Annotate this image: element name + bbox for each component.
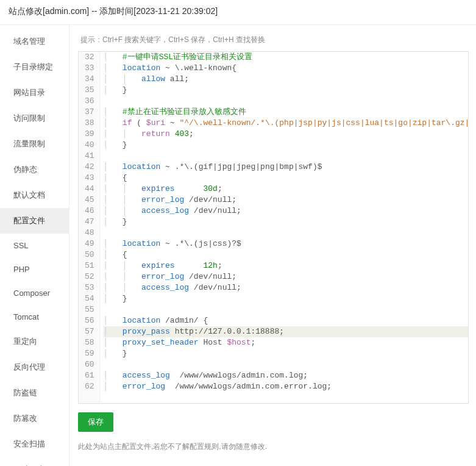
code-line-36[interactable] — [104, 96, 468, 107]
sidebar-item-10[interactable]: Composer — [0, 281, 69, 305]
code-line-42[interactable]: │ location ~ .*\.(gif|jpg|jpeg|png|bmp|s… — [104, 162, 468, 173]
sidebar-item-0[interactable]: 域名管理 — [0, 29, 69, 54]
code-line-49[interactable]: │ location ~ .*\.(js|css)?$ — [104, 238, 468, 249]
sidebar-item-7[interactable]: 配置文件 — [0, 208, 69, 234]
code-line-53[interactable]: │ │ access_log /dev/null; — [104, 282, 468, 293]
code-line-50[interactable]: │ { — [104, 249, 468, 260]
sidebar-item-4[interactable]: 流量限制 — [0, 131, 69, 157]
code-line-61[interactable]: │ access_log /www/wwwlogs/admin.com.log; — [104, 370, 468, 381]
sidebar-item-2[interactable]: 网站目录 — [0, 80, 69, 106]
code-line-33[interactable]: │ location ~ \.well-known{ — [104, 63, 468, 74]
content-area: 提示：Ctrl+F 搜索关键字，Ctrl+S 保存，Ctrl+H 查找替换 32… — [69, 25, 476, 466]
code-line-44[interactable]: │ │ expires 30d; — [104, 184, 468, 195]
window-title: 站点修改[admin.com] -- 添加时间[2023-11-21 20:39… — [0, 0, 476, 25]
sidebar-item-9[interactable]: PHP — [0, 257, 69, 281]
sidebar-item-16[interactable]: 安全扫描 — [0, 431, 69, 457]
sidebar-item-12[interactable]: 重定向 — [0, 329, 69, 354]
code-line-47[interactable]: │ } — [104, 217, 468, 228]
code-line-60[interactable] — [104, 359, 468, 370]
code-line-46[interactable]: │ │ access_log /dev/null; — [104, 206, 468, 217]
main-wrap: 域名管理子目录绑定网站目录访问限制流量限制伪静态默认文档配置文件SSLPHPCo… — [0, 25, 476, 466]
code-line-52[interactable]: │ │ error_log /dev/null; — [104, 271, 468, 282]
code-line-43[interactable]: │ { — [104, 173, 468, 184]
sidebar-item-8[interactable]: SSL — [0, 234, 69, 257]
sidebar-item-13[interactable]: 反向代理 — [0, 354, 69, 380]
code-line-45[interactable]: │ │ error_log /dev/null; — [104, 195, 468, 206]
hint-text: 提示：Ctrl+F 搜索关键字，Ctrl+S 保存，Ctrl+H 查找替换 — [78, 34, 469, 46]
line-number-gutter: 3233343536373839404142434445464748495051… — [79, 52, 100, 403]
code-line-59[interactable]: │ } — [104, 348, 468, 359]
code-line-48[interactable] — [104, 228, 468, 238]
code-line-41[interactable] — [104, 151, 468, 162]
code-line-51[interactable]: │ │ expires 12h; — [104, 260, 468, 271]
code-line-32[interactable]: │ #一键申请SSL证书验证目录相关设置 — [104, 52, 468, 63]
code-line-55[interactable] — [104, 304, 468, 315]
code-line-56[interactable]: │ location /admin/ { — [104, 315, 468, 326]
sidebar-item-17[interactable]: 网站日志 — [0, 457, 69, 466]
sidebar-item-15[interactable]: 防篡改 — [0, 406, 69, 431]
sidebar-item-5[interactable]: 伪静态 — [0, 157, 69, 182]
code-line-58[interactable]: │ proxy_set_header Host $host; — [104, 337, 468, 348]
code-editor[interactable]: 3233343536373839404142434445464748495051… — [78, 51, 469, 404]
save-button[interactable]: 保存 — [78, 412, 113, 432]
code-line-57[interactable]: │ proxy_pass http://127.0.0.1:18888; — [104, 326, 468, 337]
sidebar: 域名管理子目录绑定网站目录访问限制流量限制伪静态默认文档配置文件SSLPHPCo… — [0, 25, 69, 466]
sidebar-item-1[interactable]: 子目录绑定 — [0, 54, 69, 80]
code-line-54[interactable]: │ } — [104, 293, 468, 304]
code-line-34[interactable]: │ │ allow all; — [104, 74, 468, 85]
code-line-35[interactable]: │ } — [104, 85, 468, 96]
code-line-39[interactable]: │ │ return 403; — [104, 129, 468, 140]
code-line-38[interactable]: │ if ( $uri ~ "^/\.well-known/.*\.(php|j… — [104, 118, 468, 129]
code-line-62[interactable]: │ error_log /www/wwwlogs/admin.com.error… — [104, 381, 468, 392]
sidebar-item-6[interactable]: 默认文档 — [0, 182, 69, 208]
code-line-37[interactable]: │ #禁止在证书验证目录放入敏感文件 — [104, 107, 468, 118]
sidebar-item-3[interactable]: 访问限制 — [0, 106, 69, 131]
code-area[interactable]: │ #一键申请SSL证书验证目录相关设置│ location ~ \.well-… — [100, 52, 468, 403]
sidebar-item-14[interactable]: 防盗链 — [0, 380, 69, 406]
description-text: 此处为站点主配置文件,若您不了解配置规则,请勿随意修改. — [78, 442, 469, 452]
code-line-40[interactable]: │ } — [104, 140, 468, 151]
sidebar-item-11[interactable]: Tomcat — [0, 305, 69, 329]
